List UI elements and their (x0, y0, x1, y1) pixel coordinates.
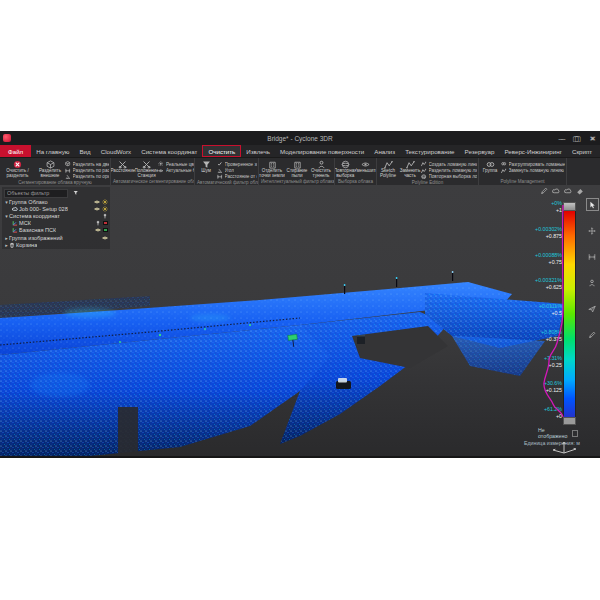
tree-item-msk[interactable]: МСК (12, 220, 108, 227)
ungroup-icon (501, 161, 507, 167)
trash-icon (9, 242, 15, 248)
tree-item-recycle-bin[interactable]: ▸ Корзина (4, 241, 108, 248)
pin-icon[interactable] (95, 220, 101, 226)
split-outer-points-button[interactable]: Разделить внешние точки (35, 159, 65, 179)
scale-percent: +0.808% (541, 330, 562, 335)
tab-reverse-engineering[interactable]: Реверс-Инжиниринг (499, 145, 566, 157)
tree-item-scan-setup[interactable]: Job 000- Setup 028 (12, 205, 108, 212)
axes-icon (12, 227, 18, 233)
intensity-icon (158, 168, 164, 174)
close-button[interactable]: ✕ (589, 135, 595, 142)
color-scale-bar[interactable] (563, 202, 576, 425)
app-window: Bridge* - Cyclone 3DR – ▢ ✕ – ▢ ✕ Файл Н… (0, 131, 600, 458)
close-polyline-button[interactable]: Замкнуть ломаную линию (501, 167, 565, 173)
pencil-tool-button[interactable] (539, 186, 549, 196)
scale-percent: +0.0111% (539, 304, 562, 309)
scale-value: +0.125 (546, 388, 562, 393)
ribbon-group-auto-segmentation: Расстояние Положение Станция Реальные цв… (111, 158, 195, 185)
eye-icon[interactable] (94, 206, 100, 212)
tree-item-basis-ucs[interactable]: Базисная ПСК (12, 227, 108, 234)
not-displayed-swatch[interactable] (572, 430, 578, 437)
tab-script[interactable]: Скрипт (567, 145, 597, 157)
filter-funnel-button[interactable] (70, 189, 81, 198)
tree-item-image-group[interactable]: ▸ Группа изображений (4, 234, 108, 241)
color-chip-red[interactable] (103, 221, 108, 225)
explorer-panel: ▾ Группа Облако Job 000- Setup 028 ▾ Сис… (2, 187, 110, 249)
close-polyline-icon (501, 168, 507, 174)
scale-foot[interactable] (563, 417, 576, 425)
scale-value: +0.375 (546, 337, 562, 342)
segment-by-distance-button[interactable]: Расстояние (111, 159, 135, 179)
panel-menu-button[interactable] (83, 189, 93, 197)
split-orientation-icon (65, 174, 71, 180)
scale-percent: +0.00302% (535, 227, 562, 232)
scale-percent: +30.6% (544, 381, 562, 386)
tab-view[interactable]: Вид (74, 145, 95, 157)
segment-by-station-button[interactable]: Положение Станция (135, 159, 159, 179)
ribbon-group-polyline-edition: Sketch Polyline Заменить часть Создать л… (377, 158, 479, 185)
intensity-button[interactable]: Актуальные блики (158, 167, 194, 173)
tab-analysis[interactable]: Анализ (369, 145, 400, 157)
navigation-axes-gizmo[interactable] (546, 438, 582, 456)
scale-value: +0.5 (552, 311, 562, 316)
sun-icon[interactable] (102, 199, 108, 205)
cloud-eraser-button[interactable] (575, 186, 585, 196)
view-mini-toolbar (539, 186, 585, 196)
resample-button[interactable]: Повторная выборка (335, 159, 356, 179)
cloud-grab-alt-button[interactable] (563, 186, 573, 196)
dark-object (357, 335, 365, 344)
scale-value: +0.625 (546, 285, 562, 290)
tab-tank[interactable]: Резервуар (460, 145, 500, 157)
tab-coordinate-system[interactable]: Система координат (136, 145, 202, 157)
eye-icon[interactable] (102, 235, 108, 241)
split-two-sides-icon (65, 161, 71, 167)
sketch-polyline-button[interactable]: Sketch Polyline (377, 159, 399, 179)
sun-icon[interactable] (102, 206, 108, 212)
window-title: Bridge* - Cyclone 3DR (0, 135, 600, 142)
clean-divide-button[interactable]: Очистить / разделить (0, 159, 35, 179)
create-polyline-icon (421, 161, 427, 167)
tab-clean[interactable]: Очистить (202, 145, 241, 157)
maximize-button[interactable]: ▢ (573, 135, 580, 142)
reduce-button[interactable]: Уменьшить (356, 159, 377, 179)
tab-file[interactable]: Файл (0, 145, 31, 157)
ground-points-button[interactable]: Отделить точки земли (259, 159, 285, 179)
scale-value: +0.25 (549, 363, 562, 368)
group-polylines-button[interactable]: Группа (479, 159, 501, 179)
scale-value: +0 (556, 414, 562, 419)
scale-gradient (563, 211, 576, 417)
ribbon-group-polyline-management: Группа Разгруппировать ломаные линии Зам… (479, 158, 567, 185)
scale-cap[interactable] (563, 202, 576, 211)
elevation-color-scale: +0% +1 +0.00302% +0.875 +0.00088% +0.75 … (538, 199, 600, 445)
eye-icon[interactable] (94, 199, 100, 205)
clean-tunnel-button[interactable]: Очистить туннель (309, 159, 333, 179)
pin-icon[interactable] (102, 213, 108, 219)
object-filter-input[interactable] (4, 189, 68, 198)
scale-percent: +0% (551, 201, 562, 206)
tab-surface-modeling[interactable]: Моделирование поверхности (275, 145, 369, 157)
replace-part-button[interactable]: Заменить часть (399, 159, 421, 179)
tree-item-coordinate-systems[interactable]: ▾ Система координат (4, 212, 108, 219)
eye-icon[interactable] (95, 227, 101, 233)
noise-filter-button[interactable]: Шум (195, 159, 217, 179)
axes-icon (12, 220, 18, 226)
tab-extract[interactable]: Извлечь (241, 145, 275, 157)
title-bar: Bridge* - Cyclone 3DR – ▢ ✕ – ▢ ✕ (0, 131, 600, 145)
tree-item-cloud-group[interactable]: ▾ Группа Облако (4, 198, 108, 205)
color-chip-green[interactable] (103, 228, 108, 232)
cloud-icon (12, 206, 18, 212)
minimize-button[interactable]: – (559, 135, 563, 142)
cloud-grab-button[interactable] (551, 186, 561, 196)
tab-home[interactable]: На главную (31, 145, 74, 157)
scale-value: +0.75 (549, 260, 562, 265)
viewport-3d[interactable]: ▾ Группа Облако Job 000- Setup 028 ▾ Сис… (0, 185, 600, 456)
tab-texturing[interactable]: Текстурирование (400, 145, 459, 157)
ribbon: Очистить / разделить Разделить внешние т… (0, 158, 600, 185)
scale-percent: +0.00321% (535, 278, 562, 283)
real-colors-icon (158, 161, 164, 167)
resample-polyline-icon (421, 174, 427, 180)
tab-cloudworx[interactable]: CloudWorx (96, 145, 137, 157)
scale-value: +0.875 (546, 234, 562, 239)
shadow-strip (118, 407, 138, 456)
dust-removal-button[interactable]: Стирание пыли (285, 159, 309, 179)
